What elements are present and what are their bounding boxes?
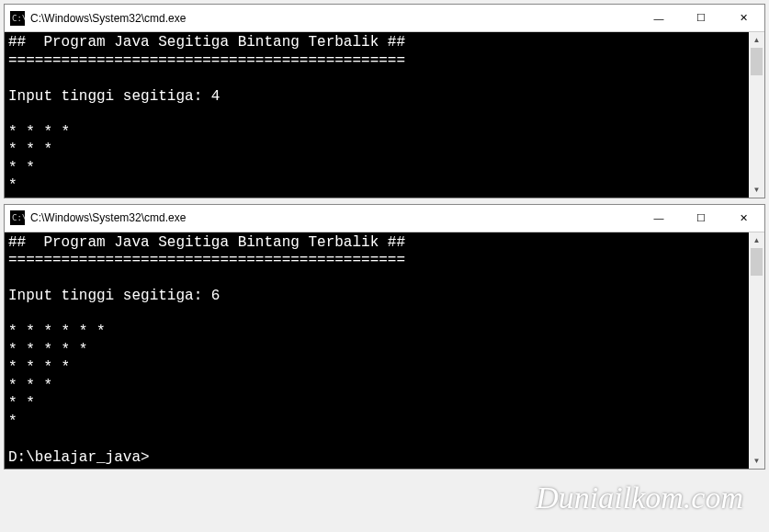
scroll-down-arrow[interactable]: ▼ [749,453,764,469]
minimize-button[interactable]: — [638,205,680,232]
titlebar-buttons: — ☐ ✕ [638,205,764,232]
watermark: Duniailkom.com [536,481,743,515]
scroll-down-arrow[interactable]: ▼ [749,182,764,198]
svg-text:C:\: C:\ [12,14,25,23]
titlebar[interactable]: C:\ C:\Windows\System32\cmd.exe — ☐ ✕ [5,5,764,32]
scroll-thumb[interactable] [751,248,763,276]
cmd-window-2: C:\ C:\Windows\System32\cmd.exe — ☐ ✕ ##… [4,204,765,470]
content-wrap: ## Program Java Segitiga Bintang Terbali… [5,232,764,470]
terminal-content[interactable]: ## Program Java Segitiga Bintang Terbali… [5,232,749,470]
scroll-up-arrow[interactable]: ▲ [749,32,764,48]
titlebar[interactable]: C:\ C:\Windows\System32\cmd.exe — ☐ ✕ [5,205,764,232]
maximize-button[interactable]: ☐ [680,5,722,31]
scroll-thumb[interactable] [751,48,763,75]
vertical-scrollbar[interactable]: ▲ ▼ [749,232,764,470]
scroll-track[interactable] [749,48,764,182]
terminal-content[interactable]: ## Program Java Segitiga Bintang Terbali… [5,32,749,198]
scroll-track[interactable] [749,248,764,454]
svg-text:C:\: C:\ [12,213,25,222]
window-title: C:\Windows\System32\cmd.exe [30,12,638,25]
close-button[interactable]: ✕ [722,205,764,232]
cmd-window-1: C:\ C:\Windows\System32\cmd.exe — ☐ ✕ ##… [4,4,765,198]
titlebar-buttons: — ☐ ✕ [638,5,764,31]
minimize-button[interactable]: — [638,5,680,31]
content-wrap: ## Program Java Segitiga Bintang Terbali… [5,32,764,198]
close-button[interactable]: ✕ [722,5,764,31]
scroll-up-arrow[interactable]: ▲ [749,232,764,248]
cmd-icon: C:\ [10,11,25,26]
window-title: C:\Windows\System32\cmd.exe [30,211,638,224]
vertical-scrollbar[interactable]: ▲ ▼ [749,32,764,198]
cmd-icon: C:\ [10,210,25,225]
maximize-button[interactable]: ☐ [680,205,722,232]
